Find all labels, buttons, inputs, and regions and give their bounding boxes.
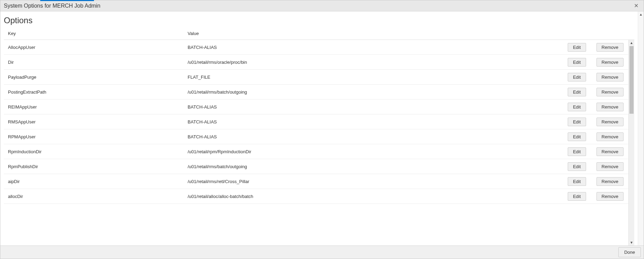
table-row: RpmInductionDir/u01/retail/rpm/RpmInduct…	[4, 144, 628, 159]
scroll-thumb[interactable]	[629, 46, 634, 114]
table-row: Dir/u01/retail/rms/oracle/proc/binEditRe…	[4, 55, 628, 70]
cell-key: REIMAppUser	[7, 104, 188, 110]
column-header-actions	[575, 31, 631, 36]
cell-value: FLAT_FILE	[188, 75, 568, 80]
cell-value: BATCH-ALIAS	[188, 119, 568, 124]
cell-key: PayloadPurge	[7, 75, 188, 80]
table-body: AllocAppUserBATCH-ALIASEditRemoveDir/u01…	[4, 40, 628, 245]
edit-button[interactable]: Edit	[568, 43, 586, 52]
cell-value: /u01/retail/rms/batch/outgoing	[188, 164, 568, 169]
remove-button[interactable]: Remove	[596, 43, 624, 52]
cell-value: BATCH-ALIAS	[188, 104, 568, 110]
edit-button[interactable]: Edit	[568, 103, 586, 111]
page-title: Options	[4, 16, 634, 25]
table-row: aipDir/u01/retail/rms/retl/Cross_PillarE…	[4, 174, 628, 189]
cell-key: aipDir	[7, 179, 188, 184]
edit-button[interactable]: Edit	[568, 177, 586, 186]
inner-scrollbar[interactable]: ▲ ▼	[628, 40, 634, 245]
cell-key: RpmInductionDir	[7, 149, 188, 154]
remove-button[interactable]: Remove	[596, 162, 624, 171]
table-row: RPMAppUserBATCH-ALIASEditRemove	[4, 129, 628, 144]
cell-key: AllocAppUser	[7, 45, 188, 50]
cell-key: allocDir	[7, 194, 188, 199]
edit-button[interactable]: Edit	[568, 88, 586, 96]
cell-key: Dir	[7, 60, 188, 65]
close-icon[interactable]: ✕	[632, 2, 640, 10]
cell-actions: EditRemove	[568, 192, 625, 201]
cell-value: BATCH-ALIAS	[188, 134, 568, 139]
footer: Done	[0, 245, 644, 259]
titlebar-accent	[40, 0, 94, 1]
outer-scrollbar[interactable]: ▲	[638, 11, 644, 245]
edit-button[interactable]: Edit	[568, 132, 586, 141]
cell-actions: EditRemove	[568, 43, 625, 52]
cell-actions: EditRemove	[568, 177, 625, 186]
remove-button[interactable]: Remove	[596, 192, 624, 201]
cell-actions: EditRemove	[568, 147, 625, 156]
cell-value: /u01/retail/rms/oracle/proc/bin	[188, 60, 568, 65]
cell-key: RMSAppUser	[7, 119, 188, 124]
scroll-down-icon[interactable]: ▼	[629, 240, 634, 245]
cell-value: /u01/retail/rms/retl/Cross_Pillar	[188, 179, 568, 184]
edit-button[interactable]: Edit	[568, 58, 586, 67]
cell-key: PostingExtractPath	[7, 89, 188, 95]
cell-actions: EditRemove	[568, 73, 625, 81]
remove-button[interactable]: Remove	[596, 177, 624, 186]
table-header: Key Value	[4, 29, 634, 40]
edit-button[interactable]: Edit	[568, 118, 586, 126]
table-body-wrap: AllocAppUserBATCH-ALIASEditRemoveDir/u01…	[4, 40, 634, 245]
edit-button[interactable]: Edit	[568, 147, 586, 156]
table-row: RMSAppUserBATCH-ALIASEditRemove	[4, 114, 628, 129]
cell-key: RPMAppUser	[7, 134, 188, 139]
remove-button[interactable]: Remove	[596, 88, 624, 96]
cell-value: BATCH-ALIAS	[188, 45, 568, 50]
edit-button[interactable]: Edit	[568, 162, 586, 171]
edit-button[interactable]: Edit	[568, 73, 586, 81]
table-row: RpmPublishDir/u01/retail/rms/batch/outgo…	[4, 159, 628, 174]
cell-value: /u01/retail/rpm/RpmInductionDir	[188, 149, 568, 154]
outer-scroll-up-icon[interactable]: ▲	[638, 11, 644, 17]
cell-actions: EditRemove	[568, 118, 625, 126]
cell-actions: EditRemove	[568, 88, 625, 96]
done-button[interactable]: Done	[618, 247, 641, 257]
edit-button[interactable]: Edit	[568, 192, 586, 201]
remove-button[interactable]: Remove	[596, 132, 624, 141]
main-panel: Options Key Value AllocAppUserBATCH-ALIA…	[0, 11, 638, 245]
scroll-up-icon[interactable]: ▲	[629, 40, 634, 46]
dialog-window: System Options for MERCH Job Admin ✕ Opt…	[0, 0, 644, 259]
cell-actions: EditRemove	[568, 132, 625, 141]
cell-actions: EditRemove	[568, 162, 625, 171]
table-row: allocDir/u01/retail/alloc/alloc-batch/ba…	[4, 189, 628, 204]
table-row: REIMAppUserBATCH-ALIASEditRemove	[4, 100, 628, 114]
column-header-value: Value	[188, 31, 575, 36]
remove-button[interactable]: Remove	[596, 73, 624, 81]
remove-button[interactable]: Remove	[596, 103, 624, 111]
remove-button[interactable]: Remove	[596, 58, 624, 67]
table-row: AllocAppUserBATCH-ALIASEditRemove	[4, 40, 628, 55]
cell-actions: EditRemove	[568, 58, 625, 67]
cell-value: /u01/retail/rms/batch/outgoing	[188, 89, 568, 95]
table-row: PayloadPurgeFLAT_FILEEditRemove	[4, 70, 628, 85]
cell-value: /u01/retail/alloc/alloc-batch/batch	[188, 194, 568, 199]
window-title: System Options for MERCH Job Admin	[4, 3, 100, 9]
column-header-key: Key	[7, 31, 188, 36]
titlebar: System Options for MERCH Job Admin ✕	[0, 0, 644, 11]
table-row: PostingExtractPath/u01/retail/rms/batch/…	[4, 85, 628, 100]
remove-button[interactable]: Remove	[596, 147, 624, 156]
remove-button[interactable]: Remove	[596, 118, 624, 126]
cell-key: RpmPublishDir	[7, 164, 188, 169]
cell-actions: EditRemove	[568, 103, 625, 111]
content-area: Options Key Value AllocAppUserBATCH-ALIA…	[0, 11, 644, 245]
